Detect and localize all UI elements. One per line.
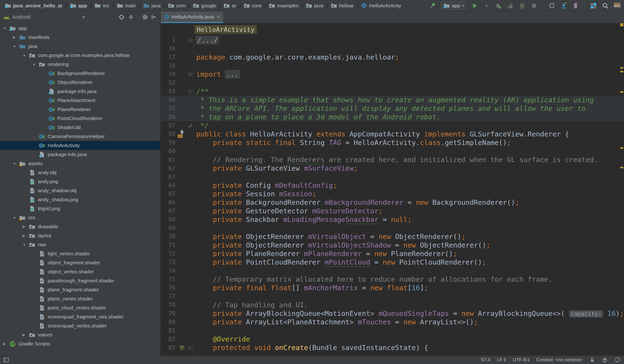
tree-item-assets[interactable]: ▼assets: [0, 159, 160, 168]
layout-windows-button[interactable]: [590, 2, 597, 9]
tree-item-package-info.java[interactable]: Jpackage-info.java: [0, 87, 160, 96]
tree-item-screenquad_fragment_oes.shader[interactable]: screenquad_fragment_oes.shader: [0, 312, 160, 321]
tree-item-raw[interactable]: ▼raw: [0, 240, 160, 249]
code-line-70[interactable]: 70 private ObjectRenderer mVirtualObject…: [161, 232, 624, 241]
hammer-button[interactable]: [429, 2, 436, 9]
gear-button[interactable]: ▾: [142, 14, 148, 20]
override-icon[interactable]: [180, 345, 184, 350]
code-line-16[interactable]: 16: [161, 44, 624, 53]
tree-item-com.google.ar.core.examples.java.helloar[interactable]: ▼com.google.ar.core.examples.java.helloa…: [0, 51, 160, 60]
tree-item-plane_fragment.shader[interactable]: plane_fragment.shader: [0, 285, 160, 294]
tree-item-trigrid.png[interactable]: trigrid.png: [0, 204, 160, 213]
warning-indicator[interactable]: [620, 23, 623, 26]
tree-item-PlaneRenderer[interactable]: CPlaneRenderer: [0, 105, 160, 114]
code-line-57[interactable]: 57 */: [161, 121, 624, 130]
breadcrumb-item-com[interactable]: com: [168, 2, 186, 9]
tree-item-plane_vertex.shader[interactable]: plane_vertex.shader: [0, 294, 160, 303]
tree-item-object_fragment.shader[interactable]: object_fragment.shader: [0, 258, 160, 267]
breadcrumb-item-ar[interactable]: ar: [224, 2, 236, 9]
debug-button[interactable]: [495, 2, 502, 9]
tree-item-andy_shadow.png[interactable]: andy_shadow.png: [0, 195, 160, 204]
breadcrumb-item-HelloArActivity[interactable]: CHelloArActivity: [361, 3, 401, 8]
code-line-72[interactable]: 72 private PlaneRenderer mPlaneRenderer …: [161, 249, 624, 258]
code-line-60[interactable]: 60: [161, 147, 624, 156]
apply-changes-button[interactable]: [483, 2, 490, 9]
code-line-53[interactable]: 53−/**: [161, 87, 624, 96]
chevron-right-icon[interactable]: ▶: [22, 234, 29, 238]
code-line-71[interactable]: 71 private ObjectRenderer mVirtualObject…: [161, 241, 624, 249]
tree-item-res[interactable]: ▼res: [0, 213, 160, 222]
code-line-68[interactable]: 68 private Snackbar mLoadingMessageSnack…: [161, 215, 624, 224]
code-line-62[interactable]: 62 private GLSurfaceView mSurfaceView;: [161, 164, 624, 173]
code-line-56[interactable]: 56 * tap on a plane to place a 3d model …: [161, 113, 624, 121]
code-line-82[interactable]: 82 @Override: [161, 335, 624, 343]
chevron-right-icon[interactable]: ▶: [12, 35, 19, 39]
tree-item-andy.png[interactable]: andy.png: [0, 177, 160, 186]
chevron-down-icon[interactable]: ▼: [31, 62, 39, 66]
fold-plus-icon[interactable]: +: [189, 38, 192, 42]
breadcrumb-item-core[interactable]: core: [244, 2, 262, 9]
chevron-right-icon[interactable]: ▶: [22, 225, 29, 229]
code-line-64[interactable]: 64 private Config mDefaultConfig;: [161, 181, 624, 190]
chevron-down-icon[interactable]: ▼: [22, 243, 29, 247]
chevron-right-icon[interactable]: ▶: [2, 342, 9, 346]
tree-item-PointCloudRenderer[interactable]: CPointCloudRenderer: [0, 114, 160, 123]
warning-stripe-mark[interactable]: [620, 147, 623, 149]
code-line-73[interactable]: 73 private PointCloudRenderer mPointClou…: [161, 258, 624, 266]
tree-item-object_vertex.shader[interactable]: object_vertex.shader: [0, 267, 160, 276]
breadcrumb-item-examples[interactable]: examples: [269, 2, 298, 9]
code-line-80[interactable]: 80 private ArrayList<PlaneAttachment> mT…: [161, 318, 624, 326]
breadcrumb-item-java_arcore_hello_ar[interactable]: java_arcore_hello_ar: [5, 2, 63, 9]
tree-item-point_cloud_vertex.shader[interactable]: point_cloud_vertex.shader: [0, 303, 160, 312]
tree-item-app[interactable]: ▼app: [0, 24, 160, 33]
tool-window-toggle-icon[interactable]: [3, 357, 9, 363]
line-separator-widget[interactable]: LF: [497, 357, 506, 363]
code-line-79[interactable]: 79 private ArrayBlockingQueue<MotionEven…: [161, 309, 624, 318]
tree-item-ObjectRenderer[interactable]: CObjectRenderer: [0, 78, 160, 87]
code-line-18[interactable]: 18: [161, 61, 624, 70]
code-line-66[interactable]: 66 private BackgroundRenderer mBackgroun…: [161, 198, 624, 207]
warning-stripe-mark[interactable]: [620, 167, 623, 168]
tree-item-rendering[interactable]: ▼rendering: [0, 60, 160, 69]
tree-item-PlaneAttachment[interactable]: CPlaneAttachment: [0, 96, 160, 105]
chevron-down-icon[interactable]: ▼: [12, 162, 19, 166]
code-line-65[interactable]: 65 private Session mSession;: [161, 190, 624, 198]
fold-minus-icon[interactable]: −: [189, 346, 192, 350]
breadcrumb-item-src[interactable]: src: [94, 2, 109, 9]
profile-button[interactable]: [507, 2, 514, 9]
chevron-down-icon[interactable]: ▼: [22, 53, 29, 57]
encoding-widget[interactable]: UTF-8: [513, 357, 530, 363]
tree-item-drawable[interactable]: ▶drawable: [0, 222, 160, 231]
sdk-manager-button[interactable]: [560, 2, 567, 9]
code-line-19[interactable]: 19+import ...: [161, 70, 624, 78]
chevron-down-icon[interactable]: ▼: [2, 26, 9, 30]
related-xml-icon[interactable]: <>: [178, 134, 183, 138]
search-everywhere-button[interactable]: [602, 2, 609, 9]
locate-button[interactable]: [118, 14, 125, 20]
breadcrumb-item-app[interactable]: app: [70, 2, 87, 9]
warning-stripe-mark[interactable]: [620, 67, 623, 69]
code-line-67[interactable]: 67 private GestureDetector mGestureDetec…: [161, 207, 624, 215]
java-file-mini-icon[interactable]: [180, 130, 184, 134]
code-area[interactable]: 1+/.../1617package com.google.ar.core.ex…: [161, 36, 624, 356]
tree-item-HelloArActivity[interactable]: CHelloArActivity: [0, 141, 160, 150]
tree-item-ShaderUtil[interactable]: CShaderUtil: [0, 123, 160, 132]
hide-panel-button[interactable]: [151, 14, 157, 20]
code-line-69[interactable]: 69: [161, 224, 624, 232]
notification-bubble-icon[interactable]: [615, 357, 621, 363]
unlock-icon[interactable]: [589, 357, 595, 363]
tree-item-BackgroundRenderer[interactable]: CBackgroundRenderer: [0, 69, 160, 78]
context-widget[interactable]: Context: <no context>: [536, 357, 583, 363]
tree-item-layout[interactable]: ▶layout: [0, 231, 160, 240]
code-line-54[interactable]: 54 * This is a simple example that shows…: [161, 96, 624, 104]
breadcrumb-item-helloar[interactable]: helloar: [331, 2, 354, 9]
tree-item-screenquad_vertex.shader[interactable]: screenquad_vertex.shader: [0, 321, 160, 330]
fold-plus-icon[interactable]: +: [189, 73, 192, 76]
code-line-52[interactable]: 52: [161, 78, 624, 87]
code-line-59[interactable]: 59 private static final String TAG = Hel…: [161, 138, 624, 147]
stop-button[interactable]: [530, 2, 538, 9]
tree-item-package-info.java[interactable]: Jpackage-info.java: [0, 150, 160, 159]
breadcrumb-item-main[interactable]: main: [117, 2, 136, 9]
code-line-74[interactable]: 74: [161, 266, 624, 275]
code-line-77[interactable]: 77: [161, 292, 624, 301]
